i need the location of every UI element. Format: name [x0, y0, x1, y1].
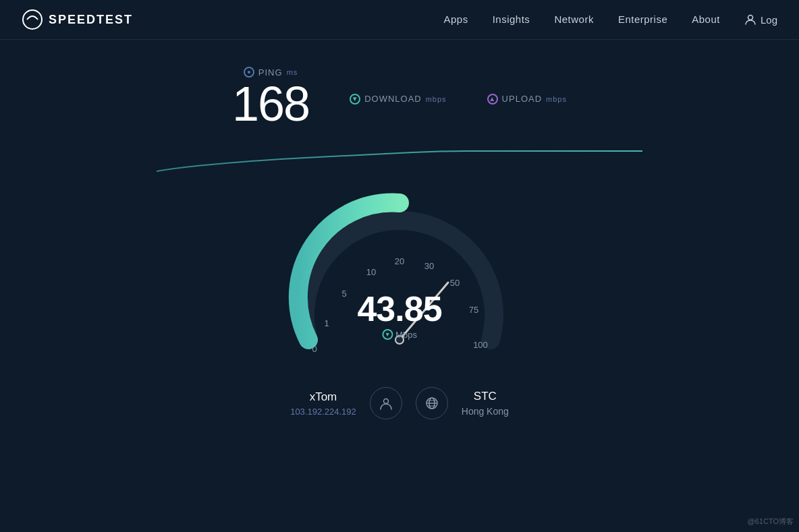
nav-network[interactable]: Network: [554, 13, 594, 25]
ping-label: PING ms: [244, 67, 298, 78]
isp-icon: [370, 387, 402, 419]
download-metric: ▼ DOWNLOAD Mbps: [350, 94, 446, 105]
ping-value: 168: [232, 78, 309, 131]
svg-text:0: 0: [312, 344, 316, 354]
login-label: Log: [761, 14, 777, 26]
nav-enterprise[interactable]: Enterprise: [618, 13, 667, 25]
server-name: STC: [474, 390, 497, 403]
svg-text:50: 50: [450, 278, 460, 288]
metrics-row: PING ms 168 ▼ DOWNLOAD Mbps ▲ UPLOAD Mbp…: [232, 67, 567, 131]
svg-text:30: 30: [424, 261, 434, 271]
isp-name: xTom: [310, 390, 337, 404]
waveform: [157, 138, 642, 178]
navbar: SPEEDTEST Apps Insights Network Enterpri…: [0, 0, 799, 40]
download-icon: ▼: [350, 94, 360, 105]
nav-about[interactable]: About: [692, 13, 720, 25]
svg-text:75: 75: [469, 305, 478, 315]
logo[interactable]: SPEEDTEST: [22, 9, 133, 30]
isp-ip: 103.192.224.192: [290, 407, 356, 417]
svg-text:20: 20: [395, 256, 404, 266]
upload-icon: ▲: [487, 94, 498, 105]
ping-metric: PING ms 168: [232, 67, 309, 131]
speed-value: 43.85: [357, 291, 441, 326]
server-location: Hong Kong: [462, 406, 509, 417]
logo-text: SPEEDTEST: [49, 13, 133, 27]
download-unit-icon: ▼: [382, 329, 393, 340]
isp-card: xTom 103.192.224.192: [290, 390, 356, 417]
main-content: PING ms 168 ▼ DOWNLOAD Mbps ▲ UPLOAD Mbp…: [0, 40, 799, 419]
upload-label: ▲ UPLOAD Mbps: [487, 94, 567, 105]
svg-text:5: 5: [341, 289, 346, 299]
nav-apps[interactable]: Apps: [443, 13, 468, 25]
svg-point-13: [383, 399, 388, 404]
svg-text:1: 1: [324, 318, 329, 328]
server-icon: [416, 387, 448, 419]
svg-point-1: [748, 16, 752, 20]
provider-row: xTom 103.192.224.192 STC Hong Kong: [290, 387, 509, 419]
svg-text:10: 10: [366, 267, 376, 277]
login-button[interactable]: Log: [744, 13, 777, 26]
speed-unit: ▼ Mbps: [357, 329, 441, 340]
download-label: ▼ DOWNLOAD Mbps: [350, 94, 446, 105]
watermark: @61CTO博客: [748, 516, 794, 527]
svg-text:100: 100: [473, 340, 488, 350]
nav-insights[interactable]: Insights: [493, 13, 530, 25]
upload-metric: ▲ UPLOAD Mbps: [487, 94, 567, 105]
ping-icon: [244, 67, 254, 78]
speedometer: 0 1 5 10 20 30 50 75 100 43.85: [271, 178, 528, 380]
svg-point-0: [23, 10, 42, 29]
speed-display: 43.85 ▼ Mbps: [357, 291, 441, 340]
server-card: STC Hong Kong: [462, 390, 509, 417]
